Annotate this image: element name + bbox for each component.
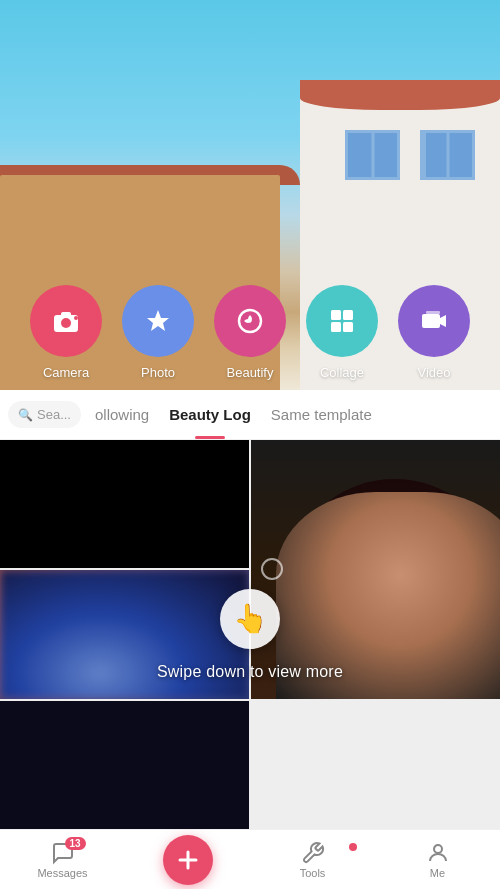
bottom-navigation: 13 Messages Tools Me xyxy=(0,829,500,889)
svg-marker-4 xyxy=(147,310,169,331)
action-label-video: Video xyxy=(417,365,450,380)
window-2 xyxy=(345,130,400,180)
window-1 xyxy=(420,130,475,180)
grid-cell-top-left[interactable] xyxy=(0,440,249,568)
action-circle-collage[interactable] xyxy=(306,285,378,357)
video-icon xyxy=(418,305,450,337)
action-item-photo[interactable]: Photo xyxy=(112,285,204,380)
svg-rect-10 xyxy=(422,314,440,328)
action-circle-photo[interactable] xyxy=(122,285,194,357)
search-icon: 🔍 xyxy=(18,408,33,422)
svg-point-15 xyxy=(434,845,442,853)
action-item-collage[interactable]: Collage xyxy=(296,285,388,380)
messages-label: Messages xyxy=(37,867,87,879)
svg-rect-2 xyxy=(61,312,71,317)
messages-badge: 13 xyxy=(65,837,86,850)
svg-point-3 xyxy=(74,316,78,320)
action-label-collage: Collage xyxy=(320,365,364,380)
content-grid xyxy=(0,440,500,829)
collage-icon xyxy=(326,305,358,337)
action-item-video[interactable]: Video xyxy=(388,285,480,380)
search-placeholder-text: Sea... xyxy=(37,407,71,422)
tools-notification-dot xyxy=(349,843,357,851)
action-circles-container: Camera Photo Beautify xyxy=(0,285,500,380)
person-image-right xyxy=(251,440,500,699)
action-circle-camera[interactable] xyxy=(30,285,102,357)
action-circle-video[interactable] xyxy=(398,285,470,357)
radio-button-right[interactable] xyxy=(261,558,283,580)
nav-item-me[interactable]: Me xyxy=(375,841,500,879)
add-button[interactable] xyxy=(163,835,213,885)
photo-star-icon xyxy=(142,305,174,337)
tabs-bar: 🔍 Sea... ollowing Beauty Log Same templa… xyxy=(0,390,500,440)
me-label: Me xyxy=(430,867,445,879)
tab-same-template[interactable]: Same template xyxy=(261,390,382,439)
tab-following[interactable]: ollowing xyxy=(85,390,159,439)
tab-beauty-log[interactable]: Beauty Log xyxy=(159,390,261,439)
svg-rect-6 xyxy=(331,310,341,320)
tools-icon xyxy=(301,841,325,865)
camera-icon xyxy=(50,305,82,337)
action-label-photo: Photo xyxy=(141,365,175,380)
grid-cell-bottom-left2[interactable] xyxy=(0,701,249,829)
action-item-beautify[interactable]: Beautify xyxy=(204,285,296,380)
action-circle-beautify[interactable] xyxy=(214,285,286,357)
tools-label: Tools xyxy=(300,867,326,879)
svg-rect-12 xyxy=(426,311,440,314)
nav-item-add[interactable] xyxy=(125,835,250,885)
svg-rect-9 xyxy=(343,322,353,332)
nav-item-tools[interactable]: Tools xyxy=(250,841,375,879)
svg-rect-7 xyxy=(343,310,353,320)
tabs-section: 🔍 Sea... ollowing Beauty Log Same templa… xyxy=(0,390,500,440)
action-label-camera: Camera xyxy=(43,365,89,380)
person-face xyxy=(276,492,500,699)
blurred-person xyxy=(0,570,249,698)
search-tab[interactable]: 🔍 Sea... xyxy=(8,401,81,428)
plus-icon xyxy=(175,847,201,873)
svg-marker-11 xyxy=(440,315,446,327)
beautify-icon xyxy=(234,305,266,337)
hero-background: Camera Photo Beautify xyxy=(0,0,500,390)
svg-point-1 xyxy=(61,318,71,328)
nav-item-messages[interactable]: 13 Messages xyxy=(0,841,125,879)
grid-cell-bottom-left[interactable] xyxy=(0,570,249,698)
action-label-beautify: Beautify xyxy=(227,365,274,380)
svg-rect-8 xyxy=(331,322,341,332)
grid-cell-right[interactable] xyxy=(251,440,500,699)
me-icon xyxy=(426,841,450,865)
action-item-camera[interactable]: Camera xyxy=(20,285,112,380)
